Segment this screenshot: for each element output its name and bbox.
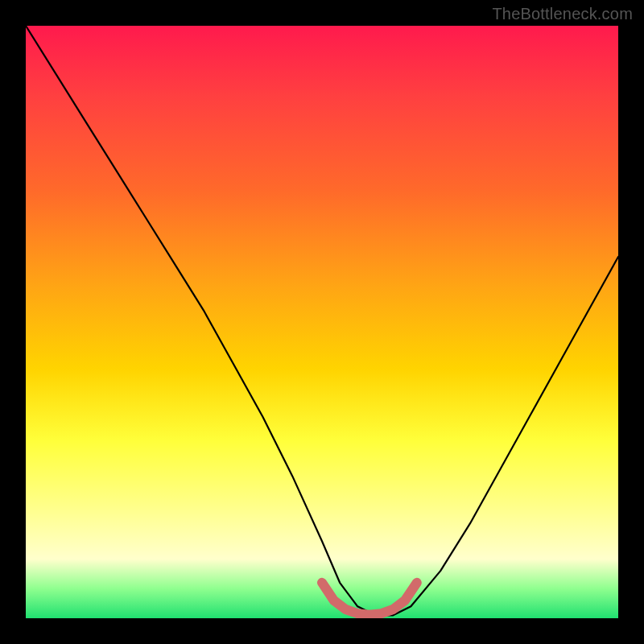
main-curve: [26, 26, 618, 615]
chart-svg: [26, 26, 618, 618]
chart-frame: TheBottleneck.com: [0, 0, 644, 644]
plot-area: [26, 26, 618, 618]
watermark-text: TheBottleneck.com: [492, 5, 633, 23]
